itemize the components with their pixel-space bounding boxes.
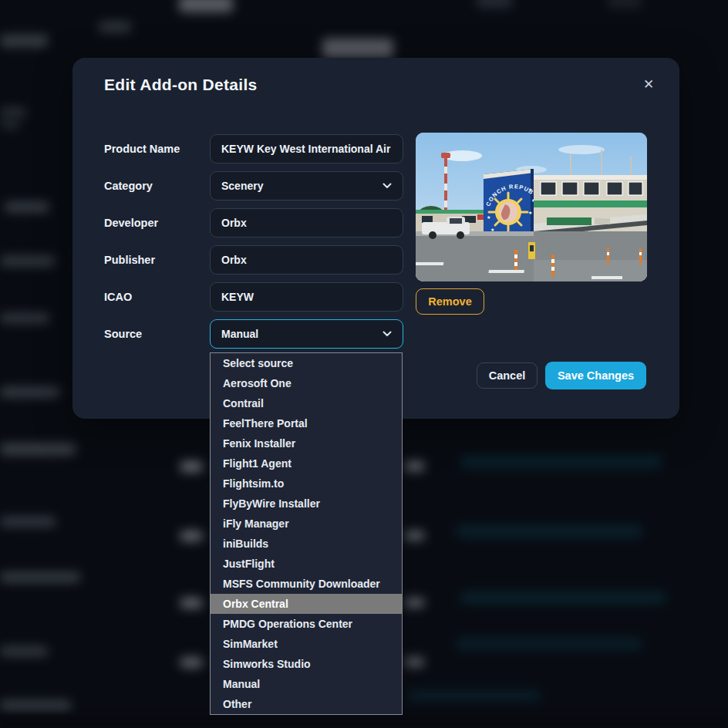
dropdown-option[interactable]: PMDG Operations Center xyxy=(211,614,402,634)
form-row-category: Category Scenery xyxy=(104,171,403,201)
dropdown-option[interactable]: Contrail xyxy=(211,393,402,413)
product-name-label: Product Name xyxy=(104,143,210,155)
product-name-input[interactable] xyxy=(210,134,403,163)
save-changes-button[interactable]: Save Changes xyxy=(545,362,646,389)
source-select[interactable]: Manual xyxy=(210,319,403,349)
dropdown-option[interactable]: Aerosoft One xyxy=(211,373,402,393)
dropdown-option[interactable]: Manual xyxy=(211,674,402,694)
remove-button[interactable]: Remove xyxy=(416,288,484,315)
source-select-value: Manual xyxy=(221,328,258,340)
airport-photo-illustration: ★★★ ★★★ CONCH REPUBLIC KEY WEST xyxy=(416,133,647,281)
dropdown-option[interactable]: JustFlight xyxy=(211,554,402,574)
dropdown-option[interactable]: FeelThere Portal xyxy=(211,413,402,433)
category-select[interactable]: Scenery xyxy=(210,171,403,201)
dropdown-option[interactable]: iniBuilds xyxy=(211,534,402,554)
source-label: Source xyxy=(104,328,210,340)
chevron-down-icon xyxy=(383,331,392,337)
form-row-source: Source Manual xyxy=(104,319,403,349)
cancel-button[interactable]: Cancel xyxy=(477,362,538,389)
dropdown-option[interactable]: FlyByWire Installer xyxy=(211,494,402,514)
svg-text:★: ★ xyxy=(487,214,490,220)
svg-text:★: ★ xyxy=(490,227,494,232)
addon-form: Product Name Category Scenery Developer … xyxy=(104,134,403,356)
svg-text:★: ★ xyxy=(528,210,532,215)
form-row-developer: Developer xyxy=(104,208,403,238)
dropdown-option[interactable]: iFly Manager xyxy=(211,514,402,534)
background-footer-strip xyxy=(0,716,728,728)
dropdown-option[interactable]: Simworks Studio xyxy=(211,654,402,674)
developer-input[interactable] xyxy=(210,208,403,238)
category-select-value: Scenery xyxy=(221,180,263,192)
dropdown-option[interactable]: SimMarket xyxy=(211,634,402,654)
form-row-publisher: Publisher xyxy=(104,245,403,275)
developer-label: Developer xyxy=(104,217,210,229)
dropdown-option[interactable]: MSFS Community Downloader xyxy=(211,574,402,594)
close-icon[interactable]: ✕ xyxy=(640,76,657,93)
dropdown-option[interactable]: Orbx Central xyxy=(211,594,402,614)
icao-input[interactable] xyxy=(210,282,403,312)
dropdown-option[interactable]: Flightsim.to xyxy=(211,474,402,494)
source-dropdown[interactable]: Select sourceAerosoft OneContrailFeelThe… xyxy=(210,352,403,715)
icao-label: ICAO xyxy=(104,291,210,303)
modal-title: Edit Add-on Details xyxy=(104,76,258,94)
dropdown-option[interactable]: Select source xyxy=(211,353,402,373)
publisher-label: Publisher xyxy=(104,254,210,266)
category-label: Category xyxy=(104,180,210,192)
publisher-input[interactable] xyxy=(210,245,403,275)
dropdown-option[interactable]: Other xyxy=(211,694,402,714)
dropdown-option[interactable]: Fenix Installer xyxy=(211,433,402,453)
chevron-down-icon xyxy=(383,183,392,189)
addon-preview-image: ★★★ ★★★ CONCH REPUBLIC KEY WEST xyxy=(416,133,647,281)
form-row-product-name: Product Name xyxy=(104,134,403,163)
form-row-icao: ICAO xyxy=(104,282,403,312)
dropdown-option[interactable]: Flight1 Agent xyxy=(211,453,402,474)
